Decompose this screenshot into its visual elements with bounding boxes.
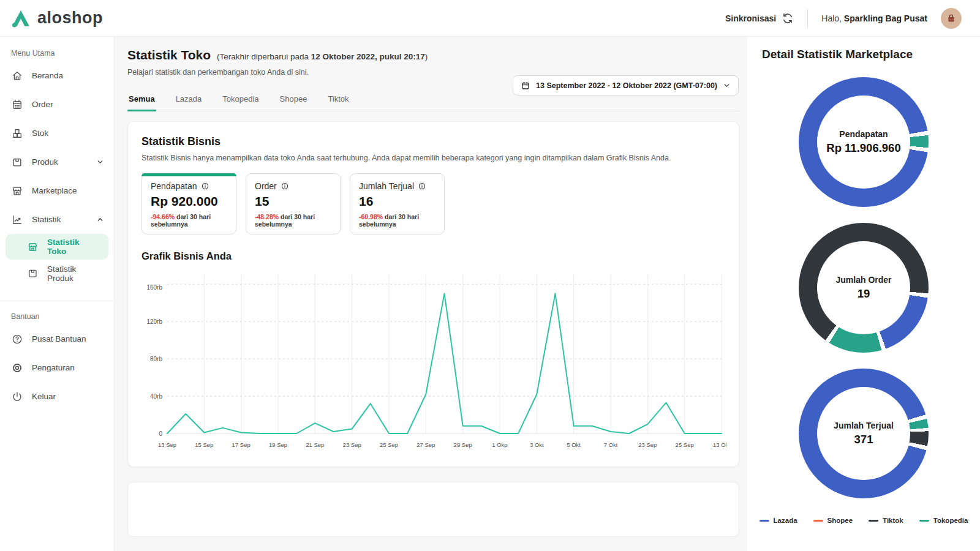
package-icon	[11, 156, 23, 168]
svg-text:17 Sep: 17 Sep	[232, 441, 251, 448]
boxes-icon	[11, 127, 23, 140]
business-stats-title: Statistik Bisnis	[141, 135, 725, 148]
svg-text:21 Sep: 21 Sep	[306, 441, 324, 448]
aloshop-logo-icon	[10, 7, 32, 29]
business-stats-description: Statistik Bisnis hanya menampilkan data …	[141, 154, 725, 162]
gear-icon	[11, 362, 23, 374]
stat-value: Rp 920.000	[151, 194, 227, 209]
tab-shopee[interactable]: Shopee	[279, 89, 309, 111]
tab-tokopedia[interactable]: Tokopedia	[221, 89, 260, 111]
info-icon[interactable]	[281, 182, 289, 190]
line-chart-title: Grafik Bisnis Anda	[141, 250, 725, 262]
power-icon	[11, 391, 23, 403]
sidebar-item-order[interactable]: Order	[0, 90, 114, 119]
tab-tiktok[interactable]: Tiktok	[326, 89, 350, 111]
sync-button[interactable]: Sinkronisasi	[725, 12, 794, 24]
last-updated-prefix: (Terakhir diperbarui pada	[217, 52, 311, 61]
svg-text:80rb: 80rb	[150, 356, 162, 362]
legend-label: Shopee	[827, 517, 853, 524]
logo-text: aloshop	[37, 9, 103, 28]
svg-text:25 Sep: 25 Sep	[676, 441, 694, 448]
sidebar-item-statistik[interactable]: Statistik	[0, 205, 114, 234]
bag-icon	[945, 12, 957, 24]
user-greeting: Halo, Sparkling Bag Pusat	[821, 13, 927, 23]
secondary-card	[127, 482, 739, 537]
donut-hole: Pendapatan Rp 11.906.960	[817, 96, 910, 189]
sidebar-item-label: Keluar	[32, 392, 104, 401]
sidebar-item-stok[interactable]: Stok	[0, 119, 114, 148]
marketplace-legend: Lazada Shopee Tiktok Tokopedia	[762, 517, 965, 524]
svg-text:1 Okp: 1 Okp	[492, 441, 507, 448]
top-header: aloshop Sinkronisasi Halo, Sparkling Bag…	[0, 0, 980, 37]
last-updated-suffix: )	[425, 52, 428, 61]
svg-text:40rb: 40rb	[150, 393, 162, 400]
legend-item-tiktok: Tiktok	[869, 517, 903, 524]
aloshop-logo[interactable]: aloshop	[10, 7, 103, 29]
chart-icon	[11, 214, 23, 226]
sidebar-item-produk[interactable]: Produk	[0, 148, 114, 176]
storefront-icon	[11, 185, 23, 197]
donut-ring-jumlah-terjual: Jumlah Terjual 371	[799, 369, 929, 498]
donut-hole: Jumlah Order 19	[817, 241, 910, 334]
user-avatar[interactable]	[941, 8, 962, 29]
donut-pendapatan: Pendapatan Rp 11.906.960	[762, 77, 965, 207]
date-range-value: 13 September 2022 - 12 Oktober 2022 (GMT…	[536, 81, 717, 90]
svg-text:5 Okt: 5 Okt	[567, 441, 581, 448]
stat-card-order[interactable]: Order 15 -48.28% dari 30 hari sebelumnya	[246, 173, 341, 234]
legend-marker-tiktok	[869, 520, 878, 522]
tab-semua[interactable]: Semua	[127, 89, 156, 111]
sidebar-item-pengaturan[interactable]: Pengaturan	[0, 353, 114, 382]
header-divider	[807, 9, 808, 28]
sidebar-item-label: Statistik Toko	[47, 238, 99, 256]
sidebar-item-keluar[interactable]: Keluar	[0, 382, 114, 411]
stat-card-jumlah-terjual[interactable]: Jumlah Terjual 16 -60.98% dari 30 hari s…	[350, 173, 445, 234]
storefront-icon	[27, 241, 39, 253]
stat-delta: -94.66%	[151, 213, 175, 220]
stat-label: Pendapatan	[151, 181, 197, 191]
svg-text:0: 0	[159, 430, 162, 437]
date-range-picker[interactable]: 13 September 2022 - 12 Oktober 2022 (GMT…	[513, 75, 739, 96]
chevron-down-icon	[96, 158, 104, 166]
chevron-up-icon	[96, 216, 104, 223]
donut-value: Rp 11.906.960	[826, 141, 900, 155]
sidebar-item-label: Order	[32, 100, 104, 109]
info-icon[interactable]	[418, 182, 426, 190]
calendar-icon	[521, 81, 530, 91]
user-name: Sparkling Bag Pusat	[844, 13, 927, 23]
stat-cards-row: Pendapatan Rp 920.000 -94.66% dari 30 ha…	[141, 173, 725, 234]
legend-marker-lazada	[760, 520, 769, 522]
donut-jumlah-order: Jumlah Order 19	[762, 223, 965, 353]
donut-value: 19	[858, 287, 870, 301]
active-card-accent	[141, 173, 236, 176]
sync-label: Sinkronisasi	[725, 13, 776, 23]
home-icon	[11, 70, 23, 82]
last-updated-value: 12 Oktober 2022, pukul 20:17	[311, 52, 425, 61]
stat-card-pendapatan[interactable]: Pendapatan Rp 920.000 -94.66% dari 30 ha…	[141, 173, 236, 234]
sidebar-item-marketplace[interactable]: Marketplace	[0, 176, 114, 205]
page-title: Statistik Toko	[127, 48, 211, 62]
stat-value: 16	[359, 194, 435, 209]
svg-text:120rb: 120rb	[146, 318, 162, 325]
donut-ring-pendapatan: Pendapatan Rp 11.906.960	[799, 77, 929, 207]
svg-text:15 Sep: 15 Sep	[195, 441, 213, 448]
info-icon[interactable]	[201, 182, 209, 190]
sidebar-item-label: Pusat Bantuan	[32, 334, 104, 343]
sidebar-item-label: Beranda	[32, 71, 104, 80]
legend-label: Tiktok	[883, 517, 903, 524]
legend-marker-tokopedia	[919, 520, 929, 522]
stat-delta: -48.28%	[255, 213, 279, 220]
sidebar-item-statistik-toko[interactable]: Statistik Toko	[6, 234, 108, 260]
donut-jumlah-terjual: Jumlah Terjual 371	[762, 369, 965, 498]
stat-value: 15	[255, 194, 331, 209]
chevron-down-icon	[723, 81, 731, 89]
svg-text:7 Okt: 7 Okt	[604, 441, 618, 448]
sidebar-item-beranda[interactable]: Beranda	[0, 61, 114, 90]
stat-delta: -60.98%	[359, 213, 383, 220]
donut-label: Jumlah Order	[835, 275, 891, 285]
sidebar-item-pusat-bantuan[interactable]: Pusat Bantuan	[0, 324, 114, 353]
calendar-icon	[11, 99, 23, 111]
svg-text:19 Sep: 19 Sep	[269, 441, 287, 448]
tab-lazada[interactable]: Lazada	[175, 89, 203, 111]
sidebar-item-label: Statistik	[32, 215, 88, 224]
sidebar-item-statistik-produk[interactable]: Statistik Produk	[0, 260, 114, 287]
